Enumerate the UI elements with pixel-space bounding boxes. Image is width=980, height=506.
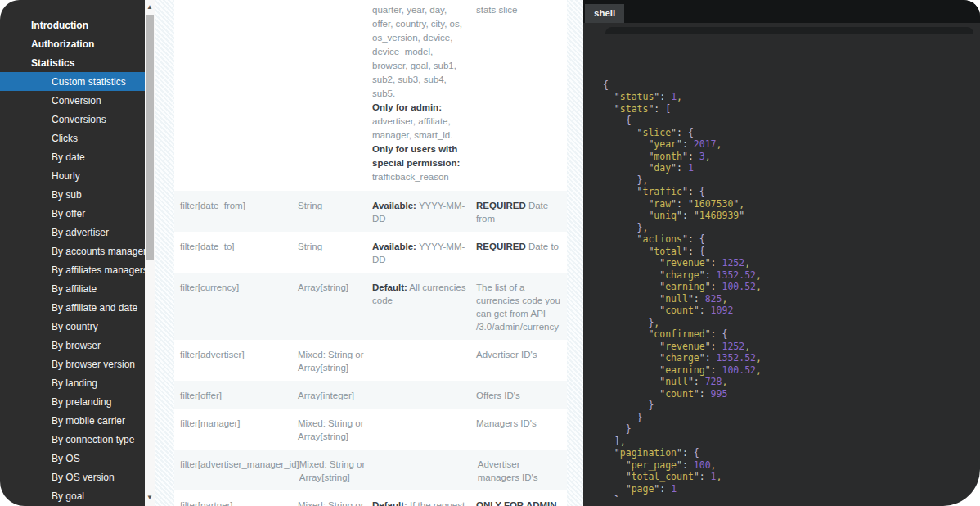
sidebar-item-by-prelanding[interactable]: By prelanding (0, 392, 145, 411)
code-line: count: 1092 (603, 305, 980, 317)
code-line: revenue: 1252, (603, 257, 980, 269)
table-cell (298, 3, 372, 184)
table-cell (374, 458, 478, 484)
scroll-down-icon[interactable]: ▼ (145, 492, 155, 504)
sidebar-item-by-date[interactable]: By date (0, 147, 145, 166)
sidebar-item-by-goal[interactable]: By goal (0, 486, 145, 505)
sidebar-item-by-os-version[interactable]: By OS version (0, 468, 145, 486)
table-cell: filter[partner] (174, 499, 298, 506)
code-line: year: 2017, (603, 138, 980, 151)
sidebar-item-by-affiliate-and-date[interactable]: By affiliate and date (0, 298, 145, 317)
table-row: quarter, year, day, offer, country, city… (174, 0, 567, 191)
sidebar-item-by-sub[interactable]: By sub (0, 185, 145, 204)
table-cell: String (298, 199, 372, 225)
sidebar-item-conversions[interactable]: Conversions (0, 110, 145, 129)
code-line: charge: 1352.52, (603, 269, 980, 282)
table-cell: Array[string] (298, 281, 372, 333)
code-line: slice: { (603, 127, 980, 139)
sidebar-item-by-browser[interactable]: By browser (0, 336, 145, 355)
code-block-top-edge (605, 27, 973, 34)
sidebar-item-by-affiliates-managers[interactable]: By affiliates managers (0, 260, 145, 279)
table-cell: Available: YYYY-MM-DD (372, 240, 476, 266)
table-cell: quarter, year, day, offer, country, city… (372, 3, 476, 184)
table-cell: Advertiser managers ID's (478, 458, 567, 484)
code-line: null: 825, (603, 293, 980, 305)
table-cell: Mixed: String or Array[string] (298, 499, 372, 506)
code-line: stats: [ (603, 103, 980, 115)
sidebar-scrollbar[interactable]: ▲ ▼ (145, 0, 155, 506)
table-cell: String (298, 240, 372, 266)
code-line: }, (603, 317, 980, 329)
code-panel: shell { status: 1, stats: [ { slice: { y… (583, 0, 980, 506)
table-cell: filter[currency] (174, 281, 298, 333)
sidebar-item-custom-statistics[interactable]: Custom statistics (0, 72, 145, 91)
code-line: total_count: 1, (603, 471, 980, 483)
table-row: filter[advertiser]Mixed: String or Array… (174, 340, 567, 381)
code-line: earning: 100.52, (603, 364, 980, 377)
table-cell: Available: YYYY-MM-DD (372, 199, 476, 225)
sidebar-item-introduction[interactable]: Introduction (0, 16, 145, 34)
sidebar-item-by-affiliate[interactable]: By affiliate (0, 279, 145, 298)
docs-content: quarter, year, day, offer, country, city… (155, 0, 583, 506)
code-line: revenue: 1252, (603, 341, 980, 353)
code-line: charge: 1352.52, (603, 352, 980, 364)
sidebar-item-conversion[interactable]: Conversion (0, 91, 145, 110)
table-cell: Mixed: String or Array[string] (298, 417, 372, 443)
code-line: null: 728, (603, 376, 980, 388)
table-cell: Mixed: String or Array[string] (299, 458, 374, 484)
scrollbar-thumb[interactable] (146, 15, 154, 260)
code-line: count: 995 (603, 388, 980, 400)
param-table: quarter, year, day, offer, country, city… (174, 0, 567, 506)
sidebar-item-by-advertiser[interactable]: By advertiser (0, 223, 145, 242)
table-row: filter[currency]Array[string]Default: Al… (174, 273, 567, 340)
table-cell: Offers ID's (476, 389, 567, 402)
table-cell (372, 389, 476, 402)
sidebar-item-authorization[interactable]: Authorization (0, 34, 145, 53)
table-row: filter[offer]Array[integer]Offers ID's (174, 381, 567, 409)
code-line: total: { (603, 246, 980, 258)
table-cell: filter[date_to] (174, 240, 298, 266)
sidebar: IntroductionAuthorizationStatisticsCusto… (0, 0, 145, 506)
code-line: { (603, 115, 980, 127)
table-cell: filter[date_from] (174, 199, 298, 225)
code-line: } (603, 400, 980, 412)
code-line: day: 1 (603, 162, 980, 174)
table-row: filter[partner]Mixed: String or Array[st… (174, 490, 567, 506)
table-row: filter[date_to]StringAvailable: YYYY-MM-… (174, 232, 567, 273)
table-cell (372, 417, 476, 443)
code-line: confirmed: { (603, 328, 980, 341)
table-cell: The list of a currencies code you can ge… (476, 281, 567, 333)
table-cell: ONLY FOR ADMIN Partners ID's (476, 499, 567, 506)
code-line: status: 1, (603, 91, 980, 103)
table-cell: stats slice (476, 3, 567, 184)
table-cell: REQUIRED Date from (476, 199, 567, 225)
sidebar-item-by-os[interactable]: By OS (0, 449, 145, 468)
sidebar-item-by-accounts-managers[interactable]: By accounts managers (0, 242, 145, 260)
sidebar-item-hourly[interactable]: Hourly (0, 166, 145, 185)
sidebar-item-by-country[interactable]: By country (0, 317, 145, 336)
code-line: uniq: 1468939 (603, 210, 980, 222)
code-line: actions: { (603, 233, 980, 246)
sidebar-item-by-offer[interactable]: By offer (0, 204, 145, 223)
code-line: page: 1 (603, 483, 980, 495)
sidebar-item-by-connection-type[interactable]: By connection type (0, 430, 145, 449)
table-row: filter[date_from]StringAvailable: YYYY-M… (174, 191, 567, 232)
sidebar-item-statistics[interactable]: Statistics (0, 53, 145, 72)
tab-shell[interactable]: shell (585, 4, 624, 23)
table-cell: Mixed: String or Array[string] (298, 348, 372, 374)
scroll-up-icon[interactable]: ▲ (145, 2, 155, 13)
table-cell: filter[manager] (174, 417, 298, 443)
code-line: ], (603, 436, 980, 448)
sidebar-item-by-browser-version[interactable]: By browser version (0, 355, 145, 373)
table-row: filter[advertiser_manager_id]Mixed: Stri… (174, 450, 567, 490)
language-tabbar: shell (583, 0, 980, 23)
table-cell (174, 3, 298, 184)
sidebar-item-clicks[interactable]: Clicks (0, 129, 145, 147)
sidebar-item-by-mobile-carrier[interactable]: By mobile carrier (0, 411, 145, 430)
table-cell (372, 348, 476, 374)
table-cell: Advertiser ID's (476, 348, 567, 374)
code-line: }, (603, 174, 980, 187)
sidebar-item-by-landing[interactable]: By landing (0, 373, 145, 392)
code-line: { (603, 79, 980, 92)
code-line: }, (603, 222, 980, 234)
